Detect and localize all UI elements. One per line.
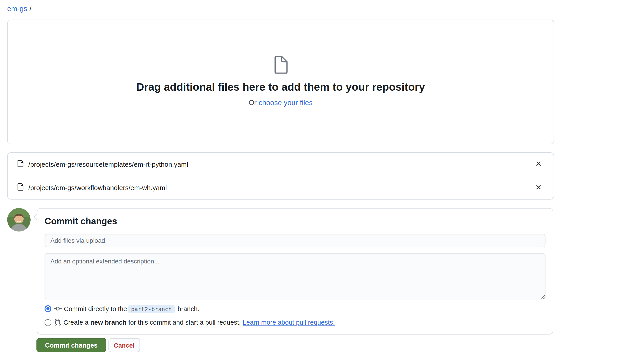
dropzone-heading: Drag additional files here to add them t… (136, 81, 425, 93)
file-row: /projects/em-gs/workflowhandlers/em-wh.y… (8, 176, 554, 199)
file-row: /projects/em-gs/resourcetemplates/em-rt-… (8, 153, 554, 176)
close-icon (535, 184, 542, 192)
new-branch-label: Create a new branch for this commit and … (63, 319, 335, 326)
file-drop-zone[interactable]: Drag additional files here to add them t… (7, 19, 554, 144)
file-path: /projects/em-gs/resourcetemplates/em-rt-… (28, 160, 534, 168)
new-branch-option: Create a new branch for this commit and … (45, 319, 545, 326)
commit-direct-radio[interactable] (45, 305, 51, 312)
commit-description-textarea[interactable] (45, 253, 545, 299)
commit-direct-option: Commit directly to thepart2-branch branc… (45, 305, 545, 312)
commit-direct-label: Commit directly to thepart2-branch branc… (64, 305, 199, 312)
breadcrumb-separator: / (29, 5, 32, 12)
commit-title: Commit changes (45, 216, 545, 227)
commit-section: Commit changes Commit directly to thepar… (7, 208, 554, 335)
git-commit-icon (54, 305, 62, 312)
dropzone-subtext: Or choose your files (249, 99, 313, 107)
breadcrumb: em-gs/ (7, 4, 622, 13)
commit-changes-button[interactable]: Commit changes (37, 338, 106, 352)
remove-file-button[interactable] (534, 159, 543, 169)
avatar (7, 208, 31, 231)
file-path: /projects/em-gs/workflowhandlers/em-wh.y… (28, 184, 534, 192)
remove-file-button[interactable] (534, 183, 543, 192)
breadcrumb-repo-link[interactable]: em-gs (7, 5, 27, 12)
file-icon (274, 56, 288, 75)
new-branch-radio[interactable] (45, 319, 51, 326)
branch-name-token: part2-branch (128, 305, 175, 313)
file-icon (17, 160, 24, 169)
close-icon (535, 160, 542, 168)
learn-more-link[interactable]: Learn more about pull requests. (243, 319, 335, 326)
git-pull-request-icon (54, 319, 61, 326)
cancel-button[interactable]: Cancel (108, 338, 140, 352)
commit-card: Commit changes Commit directly to thepar… (37, 208, 553, 335)
form-actions: Commit changes Cancel (37, 338, 622, 352)
uploaded-files-list: /projects/em-gs/resourcetemplates/em-rt-… (7, 152, 554, 200)
commit-summary-input[interactable] (45, 234, 545, 247)
file-icon (17, 183, 24, 192)
choose-files-link[interactable]: choose your files (259, 99, 312, 106)
upload-page: em-gs/ Drag additional files here to add… (0, 4, 622, 364)
